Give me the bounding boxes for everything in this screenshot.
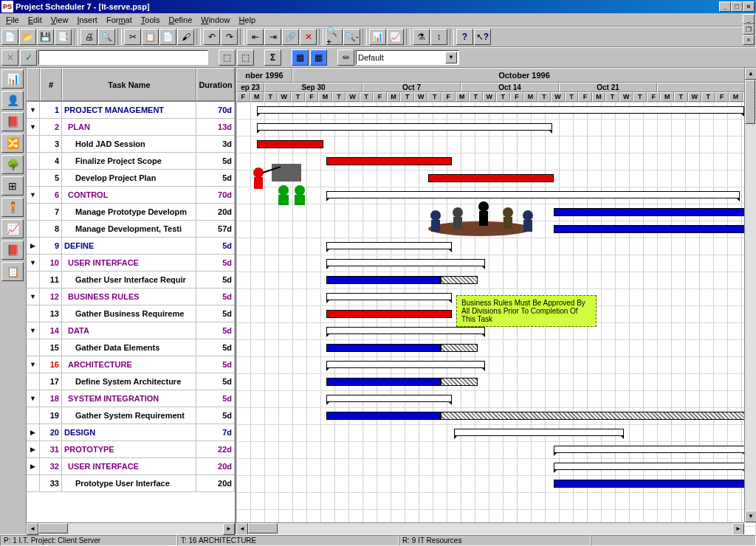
week-header[interactable]: Sep 30	[264, 83, 362, 92]
task-duration[interactable]: 20d	[196, 204, 235, 220]
task-duration[interactable]: 5d	[196, 356, 235, 373]
day-header[interactable]: T	[469, 92, 483, 102]
day-header[interactable]: M	[387, 92, 401, 102]
scroll-down-icon[interactable]: ▼	[745, 511, 756, 522]
tool-a-button[interactable]: ⬚	[219, 49, 236, 66]
day-header[interactable]: W	[278, 92, 292, 102]
scroll-up-icon[interactable]: ▲	[745, 68, 756, 80]
day-header[interactable]: F	[305, 92, 319, 102]
task-name[interactable]: Manage Prototype Developm	[62, 204, 196, 220]
task-row[interactable]: ▼2PLAN13d	[27, 119, 235, 136]
day-header[interactable]: W	[688, 92, 702, 102]
task-row[interactable]: ▶9DEFINE5d	[27, 238, 235, 255]
day-header[interactable]: W	[346, 92, 360, 102]
view2-button[interactable]: ▦	[310, 49, 327, 66]
task-row[interactable]: 3Hold JAD Session3d	[27, 136, 235, 153]
help-button[interactable]: ?	[456, 29, 473, 45]
menu-edit[interactable]: Edit	[24, 15, 47, 25]
bar-4[interactable]	[326, 157, 452, 165]
palette-gantt-icon[interactable]: 📊	[1, 69, 24, 89]
task-duration[interactable]: 20d	[196, 458, 235, 474]
day-header[interactable]: M	[523, 92, 537, 102]
zoom-in-button[interactable]: 🔍+	[326, 29, 343, 45]
task-name[interactable]: Gather User Interface Requir	[62, 272, 196, 288]
palette-resource-icon[interactable]: 👤	[1, 91, 24, 110]
expand-toggle[interactable]: ▶	[27, 458, 40, 474]
task-duration[interactable]: 70d	[196, 102, 235, 118]
print-button[interactable]: 🖨	[80, 29, 97, 45]
sort-button[interactable]: ↕	[430, 29, 447, 45]
task-name[interactable]: PROTOTYPE	[62, 441, 196, 457]
menu-file[interactable]: File	[1, 15, 24, 25]
task-name[interactable]: CONTROL	[62, 187, 196, 203]
day-header[interactable]: F	[647, 92, 661, 102]
menu-format[interactable]: Format	[102, 15, 137, 25]
task-name[interactable]: Finalize Project Scope	[62, 153, 196, 169]
task-name[interactable]: DATA	[62, 322, 196, 339]
zoom-out-button[interactable]: 🔍-	[343, 29, 360, 45]
task-row[interactable]: 19Gather System Requirement5d	[27, 407, 235, 424]
task-name[interactable]: USER INTERFACE	[62, 255, 196, 271]
palette-person-icon[interactable]: 🧍	[1, 198, 24, 217]
indent-button[interactable]: ⇥	[264, 29, 281, 45]
day-header[interactable]: T	[674, 92, 688, 102]
expand-toggle[interactable]	[27, 407, 40, 424]
bar-11[interactable]	[326, 276, 441, 284]
task-duration[interactable]: 5d	[196, 390, 235, 407]
cut-button[interactable]: ✂	[124, 29, 141, 45]
tool-b-button[interactable]: ⬚	[237, 49, 254, 66]
day-header[interactable]: M	[250, 92, 264, 102]
col-duration[interactable]: Duration	[196, 68, 235, 101]
day-header[interactable]: F	[373, 92, 387, 102]
calculate-button[interactable]: 📊	[369, 29, 386, 45]
day-header[interactable]: F	[510, 92, 524, 102]
task-duration[interactable]: 5d	[196, 339, 235, 356]
task-row[interactable]: 15Gather Data Elements5d	[27, 339, 235, 356]
menu-window[interactable]: Window	[196, 15, 234, 25]
task-row[interactable]: ▶32USER INTERFACE20d	[27, 458, 235, 475]
week-header[interactable]: Oct 21	[559, 83, 657, 92]
day-header[interactable]: F	[441, 92, 456, 102]
task-row[interactable]: ▼16ARCHITECTURE5d	[27, 356, 235, 373]
task-row[interactable]: ▶31PROTOTYPE22d	[27, 441, 235, 458]
scroll-right-icon[interactable]: ►	[732, 523, 744, 534]
palette-org-icon[interactable]: ⊞	[1, 176, 24, 196]
view1-button[interactable]: ▦	[292, 49, 309, 66]
sum-button[interactable]: Σ	[264, 49, 281, 66]
day-header[interactable]: W	[551, 92, 565, 102]
task-name[interactable]: PROJECT MANAGEMENT	[62, 102, 196, 118]
task-duration[interactable]: 20d	[196, 475, 235, 491]
level-button[interactable]: 📈	[387, 29, 404, 45]
expand-toggle[interactable]: ▼	[27, 255, 40, 271]
maximize-button[interactable]: □	[731, 1, 743, 12]
outdent-button[interactable]: ⇤	[247, 29, 264, 45]
bar-17-slack[interactable]	[441, 378, 478, 386]
day-header[interactable]: T	[633, 92, 647, 102]
bar-19[interactable]	[326, 412, 441, 420]
expand-toggle[interactable]	[27, 221, 40, 237]
task-row[interactable]: 5Develop Project Plan5d	[27, 170, 235, 187]
scroll-left-icon[interactable]: ◄	[236, 523, 248, 534]
bar-5[interactable]	[428, 174, 554, 182]
task-row[interactable]: 7Manage Prototype Developm20d	[27, 204, 235, 221]
bar-15[interactable]	[326, 344, 441, 352]
task-name[interactable]: BUSINESS RULES	[62, 288, 196, 305]
month-header-2[interactable]: October 1996	[292, 68, 756, 83]
menu-view[interactable]: View	[47, 15, 73, 25]
bar-18-summary[interactable]	[326, 395, 452, 402]
day-header[interactable]: T	[360, 92, 374, 102]
day-header[interactable]: M	[592, 92, 606, 102]
day-header[interactable]: F	[715, 92, 729, 102]
palette-chart-icon[interactable]: 📈	[1, 219, 24, 238]
task-name[interactable]: Develop Project Plan	[62, 170, 196, 186]
task-row[interactable]: ▶20DESIGN7d	[27, 424, 235, 441]
chevron-down-icon[interactable]: ▼	[445, 52, 457, 63]
expand-toggle[interactable]	[27, 204, 40, 220]
cancel-edit-button[interactable]: ✕	[1, 49, 18, 66]
save-button[interactable]: 💾	[37, 29, 54, 45]
task-duration[interactable]: 5d	[196, 288, 235, 305]
bar-13[interactable]	[326, 310, 452, 318]
task-name[interactable]: Prototype User Interface	[62, 475, 196, 491]
bar-20-summary[interactable]	[454, 429, 624, 436]
bar-1-summary[interactable]	[257, 106, 744, 114]
